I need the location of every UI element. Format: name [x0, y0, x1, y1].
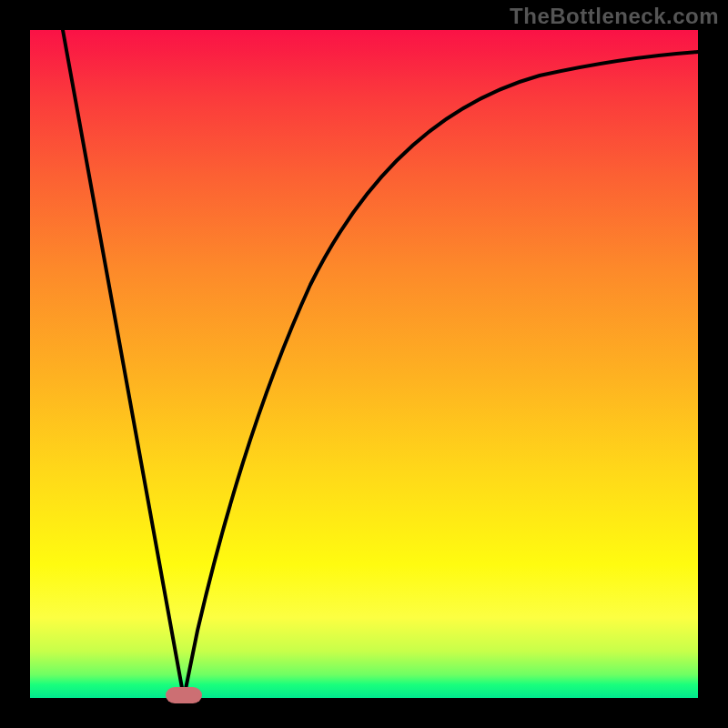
curve-svg: [30, 30, 698, 698]
watermark-text: TheBottleneck.com: [510, 4, 719, 29]
chart-frame: TheBottleneck.com: [0, 0, 728, 728]
plot-area: [30, 30, 698, 698]
optimum-marker: [166, 687, 202, 703]
bottleneck-curve: [63, 30, 698, 698]
